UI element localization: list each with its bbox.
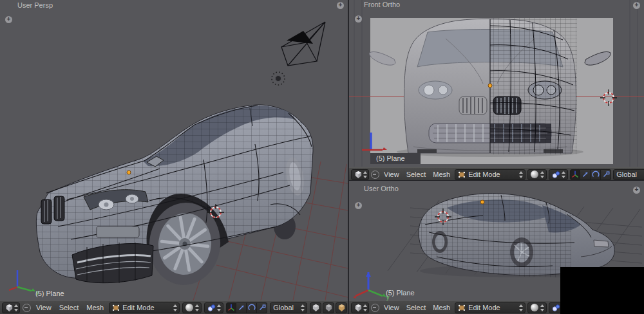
object-info-label: (5) Plane bbox=[386, 289, 415, 297]
viewport-shading-sphere-icon bbox=[185, 304, 193, 311]
manipulator-rotate-icon[interactable] bbox=[591, 169, 601, 180]
mode-label: Edit Mode bbox=[468, 171, 500, 178]
menu-view[interactable]: View bbox=[33, 304, 54, 311]
edit-mode-cube-icon bbox=[458, 304, 466, 311]
axis-gizmo: y bbox=[353, 272, 390, 300]
mode-label: Edit Mode bbox=[468, 304, 500, 311]
pivot-point-icon bbox=[207, 304, 216, 312]
manipulator-translate-icon[interactable] bbox=[580, 169, 591, 180]
manipulator-scale-icon[interactable] bbox=[601, 169, 611, 180]
viewport-label: User Ortho bbox=[364, 185, 399, 192]
viewport-front-ortho: Front Ortho + + (5) Plane bbox=[349, 0, 644, 181]
object-info-label: (5) Plane bbox=[376, 154, 405, 162]
3d-view-persp[interactable]: y bbox=[0, 0, 348, 300]
menu-select[interactable]: Select bbox=[57, 304, 82, 311]
collapse-menus-icon[interactable] bbox=[371, 304, 379, 312]
corner-plus-icon[interactable]: + bbox=[5, 16, 12, 23]
mode-dropdown[interactable]: Edit Mode bbox=[109, 302, 180, 313]
viewport-user-persp: User Persp + + (5) Plane bbox=[0, 0, 348, 314]
pivot-point-dropdown[interactable] bbox=[549, 169, 568, 180]
dropdown-arrows bbox=[194, 304, 200, 311]
viewport-shading-dropdown[interactable] bbox=[527, 302, 547, 313]
viewport-label: User Persp bbox=[17, 1, 53, 9]
origin-dot bbox=[480, 200, 484, 204]
mode-dropdown[interactable]: Edit Mode bbox=[455, 169, 526, 180]
editor-type-dropdown[interactable] bbox=[351, 169, 369, 180]
blender-window: User Persp + + (5) Plane bbox=[0, 0, 644, 314]
snap-icon[interactable] bbox=[310, 302, 321, 313]
mode-dropdown[interactable]: Edit Mode bbox=[455, 302, 526, 313]
manipulator-tripod-icon[interactable] bbox=[570, 169, 580, 180]
menu-mesh[interactable]: Mesh bbox=[430, 171, 453, 178]
viewport-shading-sphere-icon bbox=[531, 304, 538, 311]
dropdown-arrows bbox=[216, 304, 222, 311]
menu-view[interactable]: View bbox=[381, 304, 402, 311]
object-info-label: (5) Plane bbox=[35, 290, 64, 297]
dropdown-arrows bbox=[540, 171, 545, 178]
editor-type-dropdown[interactable] bbox=[2, 302, 20, 313]
occlude-geometry-icon[interactable] bbox=[323, 302, 334, 313]
manipulator-toggles bbox=[226, 302, 267, 313]
dropdown-arrows bbox=[518, 304, 524, 311]
viewport-divider-horizontal[interactable] bbox=[349, 180, 644, 181]
menu-view[interactable]: View bbox=[381, 171, 402, 178]
manipulator-scale-icon[interactable] bbox=[257, 302, 267, 313]
viewport-shading-dropdown[interactable] bbox=[527, 169, 547, 180]
dropdown-arrows bbox=[363, 304, 368, 311]
3d-viewport-editor-icon bbox=[354, 304, 363, 312]
mode-label: Edit Mode bbox=[122, 304, 155, 311]
viewport-shading-dropdown[interactable] bbox=[182, 302, 202, 313]
manipulator-toggles bbox=[570, 169, 611, 180]
corner-plus-icon[interactable]: + bbox=[633, 187, 640, 194]
edit-mode-cube-icon bbox=[458, 171, 466, 178]
viewport-shading-sphere-icon bbox=[531, 171, 538, 178]
orientation-dropdown[interactable]: Global bbox=[270, 302, 307, 313]
axis-gizmo: y bbox=[9, 270, 39, 295]
collapse-menus-icon[interactable] bbox=[23, 304, 31, 312]
lamp-object bbox=[272, 72, 285, 85]
header-extra-toggles bbox=[310, 302, 347, 313]
menu-mesh[interactable]: Mesh bbox=[430, 304, 453, 311]
viewport-divider[interactable] bbox=[348, 0, 349, 314]
car-rear-view bbox=[413, 190, 614, 280]
pivot-point-icon bbox=[552, 171, 560, 179]
dropdown-arrows bbox=[561, 171, 566, 178]
dropdown-arrows bbox=[518, 171, 524, 178]
corner-plus-icon[interactable]: + bbox=[355, 202, 362, 209]
camera-object bbox=[281, 22, 325, 66]
dropdown-arrows bbox=[363, 171, 368, 178]
orientation-dropdown[interactable]: Global bbox=[613, 169, 644, 180]
3d-view-front[interactable] bbox=[349, 0, 644, 167]
viewport-label: Front Ortho bbox=[364, 1, 400, 8]
orientation-label: Global bbox=[616, 171, 637, 178]
origin-dot bbox=[127, 171, 131, 174]
license-plate-area bbox=[97, 226, 139, 237]
edit-mode-cube-icon bbox=[112, 304, 120, 311]
menu-mesh[interactable]: Mesh bbox=[84, 304, 106, 311]
origin-dot bbox=[488, 84, 492, 88]
corner-plus-icon[interactable]: + bbox=[337, 2, 344, 9]
manipulator-rotate-icon[interactable] bbox=[247, 302, 257, 313]
menu-select[interactable]: Select bbox=[404, 304, 429, 311]
dropdown-arrows bbox=[173, 304, 178, 311]
black-overlay-region bbox=[560, 267, 644, 314]
viewport-header: View Select Mesh Edit Mode bbox=[0, 300, 348, 314]
car-mesh bbox=[26, 97, 328, 290]
viewport-header: View Select Mesh Edit Mode bbox=[349, 167, 644, 181]
3d-viewport-editor-icon bbox=[5, 304, 14, 312]
dropdown-arrows bbox=[300, 304, 305, 311]
dropdown-arrows bbox=[14, 304, 19, 311]
dropdown-arrows bbox=[540, 304, 545, 311]
corner-plus-icon[interactable]: + bbox=[355, 15, 362, 23]
pivot-point-dropdown[interactable] bbox=[204, 302, 223, 313]
manipulator-translate-icon[interactable] bbox=[236, 302, 247, 313]
editor-type-dropdown[interactable] bbox=[351, 302, 369, 313]
manipulator-tripod-icon[interactable] bbox=[226, 302, 236, 313]
menu-select[interactable]: Select bbox=[404, 171, 429, 178]
orientation-label: Global bbox=[273, 304, 294, 311]
3d-viewport-editor-icon bbox=[354, 171, 363, 179]
pivot-point-icon bbox=[552, 304, 560, 312]
proportional-edit-icon[interactable] bbox=[336, 302, 347, 313]
collapse-menus-icon[interactable] bbox=[371, 171, 379, 179]
corner-plus-icon[interactable]: + bbox=[633, 2, 640, 9]
